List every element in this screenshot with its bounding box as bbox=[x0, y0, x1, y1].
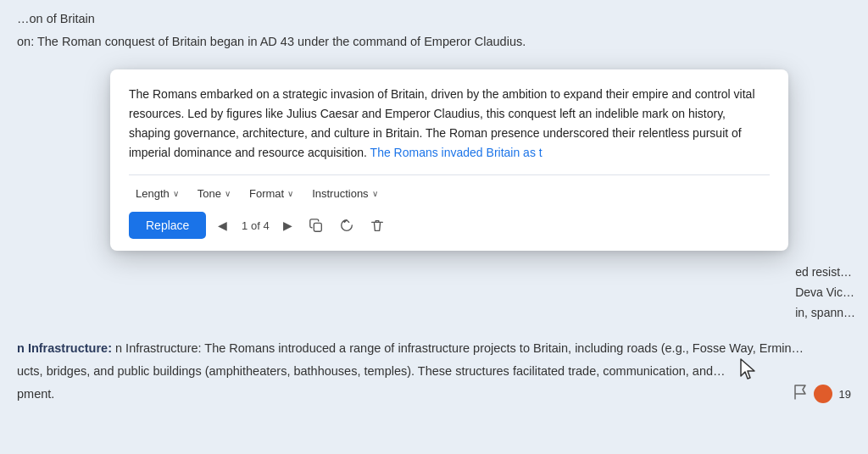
svg-rect-0 bbox=[314, 224, 322, 232]
bottom-right-icons: 19 bbox=[793, 385, 851, 403]
popup-actions: Replace ◀ 1 of 4 ▶ bbox=[129, 212, 770, 239]
right-text-fragment: ed resist… Deva Vic… in, spann… bbox=[795, 263, 855, 323]
tone-dropdown[interactable]: Tone ∨ bbox=[191, 184, 237, 203]
tone-chevron-icon: ∨ bbox=[225, 189, 231, 198]
popup-link-text[interactable]: The Romans invaded Britain as t bbox=[370, 146, 542, 159]
notification-count: 19 bbox=[839, 388, 851, 401]
replace-button[interactable]: Replace bbox=[129, 212, 206, 239]
length-dropdown[interactable]: Length ∨ bbox=[129, 184, 186, 203]
popup-divider bbox=[129, 174, 770, 175]
bg-line-infra-3: pment. bbox=[17, 384, 851, 405]
bg-line-3 bbox=[17, 53, 851, 65]
bg-line-2: on: The Roman conquest of Britain began … bbox=[17, 31, 851, 53]
copy-icon bbox=[309, 218, 324, 233]
result-counter: 1 of 4 bbox=[239, 219, 271, 232]
instructions-chevron-icon: ∨ bbox=[372, 189, 378, 198]
bg-line-infra-1: n Infrastructure: n Infrastructure: The … bbox=[17, 338, 851, 359]
format-dropdown[interactable]: Format ∨ bbox=[242, 184, 300, 203]
format-chevron-icon: ∨ bbox=[287, 189, 293, 198]
popup-toolbar: Length ∨ Tone ∨ Format ∨ Instructions ∨ bbox=[129, 184, 770, 203]
delete-button[interactable] bbox=[365, 213, 389, 237]
refresh-icon bbox=[339, 218, 354, 233]
rewrite-popup: The Romans embarked on a strategic invas… bbox=[110, 69, 788, 251]
next-result-button[interactable]: ▶ bbox=[278, 215, 298, 235]
refresh-button[interactable] bbox=[335, 213, 359, 237]
length-chevron-icon: ∨ bbox=[173, 189, 179, 198]
trash-icon bbox=[370, 218, 385, 233]
bg-line-infra-2: ucts, bridges, and public buildings (amp… bbox=[17, 361, 851, 382]
bg-line-1: …on of Britain bbox=[17, 8, 851, 30]
flag-icon[interactable] bbox=[793, 385, 807, 403]
prev-result-button[interactable]: ◀ bbox=[213, 215, 232, 235]
popup-main-text: The Romans embarked on a strategic invas… bbox=[129, 85, 770, 163]
copy-button[interactable] bbox=[304, 213, 328, 237]
instructions-dropdown[interactable]: Instructions ∨ bbox=[305, 184, 384, 203]
avatar bbox=[814, 385, 832, 403]
